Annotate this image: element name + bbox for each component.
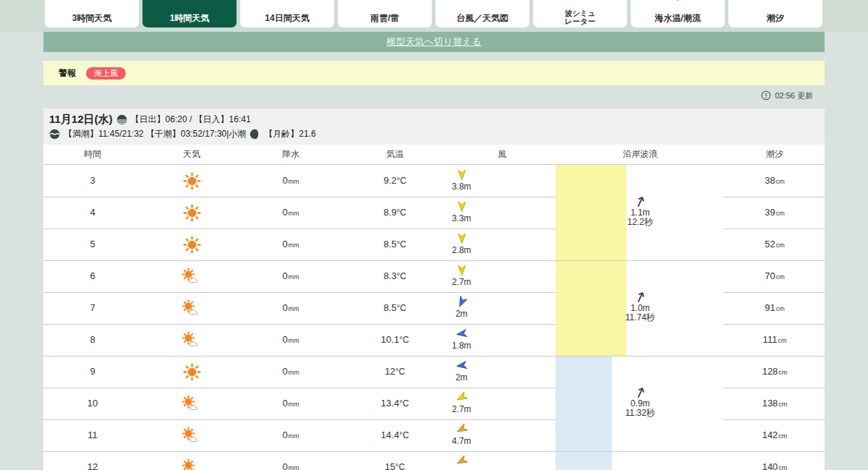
wave-group-2: 1.0m11.74秒 bbox=[625, 291, 655, 322]
precip-cell: 0mm bbox=[282, 197, 299, 229]
wind-cell: 2.8m bbox=[440, 232, 483, 255]
wind-speed: 2.8m bbox=[440, 245, 483, 255]
col-header-3: 降水 bbox=[282, 145, 299, 164]
tab-label: 3時間天気 bbox=[45, 14, 139, 23]
warning-badge-sea-wind[interactable]: 海上風 bbox=[86, 67, 126, 80]
temp-cell: 10.1°C bbox=[381, 324, 409, 356]
hour-cell: 4 bbox=[90, 197, 95, 228]
tab-14d-weather[interactable]: 14日間天気 bbox=[240, 0, 334, 27]
wind-cell: 4.7m bbox=[440, 423, 483, 446]
weather-icon-sun-cloud bbox=[180, 292, 203, 324]
switch-layout-link[interactable]: 横型天気へ切り替える bbox=[386, 35, 481, 48]
weather-icon-sun-cloud bbox=[180, 388, 203, 419]
temp-cell: 8.5°C bbox=[383, 292, 407, 324]
tab-typhoon-map[interactable]: 台風／天気図 bbox=[435, 0, 529, 27]
row-divider bbox=[43, 228, 556, 229]
tide-cell: 70cm bbox=[765, 260, 784, 293]
hour-cell: 6 bbox=[90, 260, 95, 292]
weather-icon-sun-cloud bbox=[180, 419, 203, 451]
rain-thunder-icon bbox=[375, 0, 394, 1]
hour-cell: 11 bbox=[88, 419, 98, 451]
wind-cell: 2.7m bbox=[440, 391, 483, 414]
tab-label: 台風／天気図 bbox=[435, 14, 529, 23]
precip-cell: 0mm bbox=[282, 419, 299, 452]
row-divider bbox=[43, 451, 825, 452]
wind-speed: 3.3m bbox=[440, 213, 483, 223]
wave-height-bar bbox=[556, 260, 626, 356]
wind-direction-icon bbox=[456, 168, 468, 181]
wave-height-bar bbox=[556, 165, 626, 260]
row-divider bbox=[43, 292, 556, 293]
temp-cell: 8.9°C bbox=[383, 197, 407, 228]
warning-label: 警報 bbox=[59, 67, 76, 80]
weather-icon-sun-cloud bbox=[180, 451, 203, 470]
wind-direction-icon bbox=[454, 453, 470, 469]
col-header-5: 風 bbox=[498, 145, 506, 164]
wave-sim-icon bbox=[571, 0, 590, 1]
wind-direction-icon bbox=[454, 327, 468, 341]
wave-group-3: 0.9m11.32秒 bbox=[625, 386, 655, 418]
tab-1h-weather[interactable]: 1時間天気 bbox=[142, 0, 237, 27]
tab-3h-weather[interactable]: 3時間天気 bbox=[45, 0, 139, 27]
hour-cell: 9 bbox=[90, 356, 95, 388]
wind-direction-icon bbox=[454, 389, 470, 406]
wind-speed: 2.7m bbox=[440, 404, 483, 414]
wind-cell: 1.8m bbox=[440, 328, 483, 351]
weather-icon-sun-cloud bbox=[180, 260, 203, 292]
tide-cell: 91cm bbox=[765, 292, 784, 325]
tab-wave-simulator[interactable]: 波シミュ レーター bbox=[533, 0, 627, 27]
tab-rain-radar[interactable]: 雨雲/雷 bbox=[338, 0, 432, 27]
moon-age: 【月齢】21.6 bbox=[264, 128, 315, 140]
info-icon bbox=[761, 90, 771, 101]
tab-label: 1時間天気 bbox=[142, 14, 237, 23]
row-divider bbox=[43, 388, 556, 388]
temp-cell: 8.3°C bbox=[383, 260, 407, 292]
weather-icon-sunny bbox=[180, 228, 203, 260]
tab-sea-temp-current[interactable]: 海水温/潮流 bbox=[631, 0, 725, 27]
tab-label: 雨雲/雷 bbox=[338, 14, 432, 23]
tab-bar: 3時間天気1時間天気14日間天気雨雲/雷台風／天気図波シミュ レーター海水温/潮… bbox=[0, 0, 868, 32]
precip-cell: 0mm bbox=[282, 260, 299, 293]
wind-speed: 2.7m bbox=[440, 277, 483, 287]
temp-cell: 13.4°C bbox=[381, 388, 409, 419]
tide-circle-icon bbox=[766, 0, 785, 1]
tab-label: 波シミュ レーター bbox=[533, 9, 627, 25]
precip-cell: 0mm bbox=[282, 165, 299, 197]
wind-direction-icon bbox=[456, 264, 468, 276]
hour-cell: 3 bbox=[90, 165, 95, 197]
temp-cell: 12°C bbox=[385, 356, 405, 388]
tab-tide[interactable]: 潮汐 bbox=[728, 0, 822, 27]
update-time-text: 02:56 更新 bbox=[775, 90, 813, 101]
tide-cell: 39cm bbox=[765, 197, 784, 229]
update-time: 02:56 更新 bbox=[761, 90, 813, 101]
date-label: 11月12日(水) bbox=[49, 113, 113, 127]
forecast-rows: 1.1m12.2秒1.0m11.74秒0.9m11.32秒30mm9.2°C3.… bbox=[43, 165, 825, 470]
wind-cell: 2.7m bbox=[440, 264, 483, 287]
mountain-sun-icon bbox=[82, 0, 101, 1]
precip-cell: 0mm bbox=[282, 292, 299, 325]
wave-height-bar bbox=[556, 356, 612, 451]
wind-direction-icon bbox=[454, 421, 470, 437]
col-header-2: 天気 bbox=[183, 145, 200, 164]
column-header-row: 時間天気降水気温風沿岸波浪潮汐 bbox=[43, 145, 825, 165]
wave-period: 12.2秒 bbox=[627, 218, 652, 227]
wind-cell: 3.8m bbox=[440, 168, 483, 192]
weather-icon-sunny bbox=[180, 197, 203, 228]
precip-cell: 0mm bbox=[282, 228, 299, 261]
col-header-6: 沿岸波浪 bbox=[623, 145, 658, 164]
mountain-sun-icon bbox=[180, 0, 199, 1]
forecast-panel: 11月12日(水) 【日出】06:20 / 【日入】16:41 【満潮】11:4… bbox=[43, 108, 825, 470]
sun-times: 【日出】06:20 / 【日入】16:41 bbox=[131, 114, 251, 126]
row-divider bbox=[43, 324, 556, 325]
row-divider bbox=[43, 260, 825, 261]
hour-cell: 12 bbox=[88, 451, 98, 470]
hour-cell: 7 bbox=[90, 292, 95, 324]
weather-icon-sunny bbox=[180, 165, 203, 197]
weather-icon-sun-cloud bbox=[180, 324, 203, 356]
wave-height-bar bbox=[556, 451, 612, 470]
tide-cell: 52cm bbox=[765, 228, 784, 261]
precip-cell: 0mm bbox=[282, 388, 299, 420]
tide-icon bbox=[49, 129, 60, 140]
wind-direction-icon bbox=[454, 359, 468, 372]
precip-cell: 0mm bbox=[282, 324, 299, 356]
